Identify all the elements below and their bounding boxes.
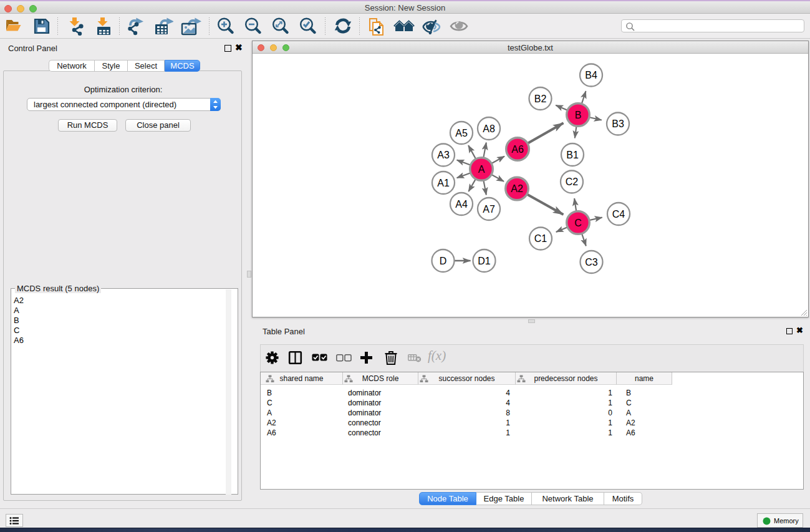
svg-text:A2: A2 <box>511 183 523 194</box>
svg-text:C2: C2 <box>566 177 579 187</box>
svg-text:A8: A8 <box>483 123 495 134</box>
svg-text:A4: A4 <box>455 199 468 210</box>
svg-text:D: D <box>440 256 447 266</box>
svg-text:B: B <box>575 110 582 120</box>
svg-text:C4: C4 <box>612 209 625 220</box>
svg-text:C1: C1 <box>534 233 547 244</box>
svg-text:A7: A7 <box>483 204 495 215</box>
svg-text:C3: C3 <box>585 257 598 268</box>
svg-text:A3: A3 <box>437 150 450 160</box>
svg-text:D1: D1 <box>478 256 491 266</box>
svg-text:A1: A1 <box>437 178 450 188</box>
svg-text:B2: B2 <box>534 94 547 104</box>
svg-text:B3: B3 <box>612 118 624 129</box>
svg-text:B4: B4 <box>585 70 597 80</box>
svg-text:A: A <box>478 164 485 175</box>
svg-text:B1: B1 <box>566 150 579 160</box>
svg-text:A6: A6 <box>511 144 524 155</box>
svg-text:A5: A5 <box>455 128 468 138</box>
svg-text:C: C <box>574 218 582 228</box>
